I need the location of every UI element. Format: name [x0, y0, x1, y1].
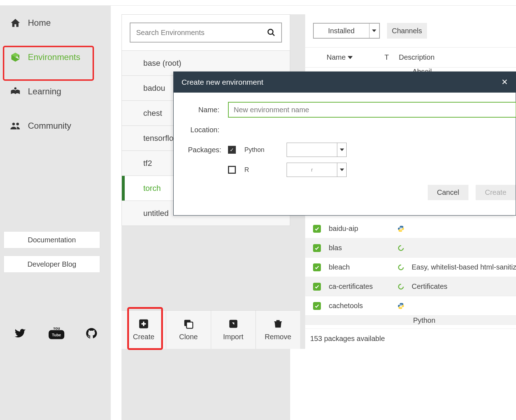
chevron-down-icon — [337, 163, 346, 177]
package-row[interactable]: bleach Easy, whitelist-based html-saniti… — [305, 258, 516, 277]
dialog-packages-label: Packages: — [188, 146, 219, 154]
search-wrap — [121, 14, 290, 51]
package-desc: Certificates — [412, 282, 516, 291]
checkbox-checked-icon[interactable] — [313, 283, 321, 291]
r-version-select[interactable]: r — [287, 163, 347, 177]
package-row[interactable]: baidu-aip — [305, 219, 516, 238]
checkbox-checked-icon[interactable] — [313, 244, 321, 252]
package-name: bleach — [329, 263, 397, 271]
remove-label: Remove — [265, 333, 291, 341]
filter-select-label: Installed — [314, 27, 369, 35]
highlight-environments — [3, 46, 94, 81]
packages-header: Name T Description — [305, 48, 516, 68]
svg-point-16 — [398, 246, 403, 250]
svg-text:You: You — [53, 327, 60, 330]
import-env-button[interactable]: Import — [211, 311, 256, 349]
col-name-label[interactable]: Name — [327, 53, 346, 61]
svg-point-18 — [398, 284, 403, 289]
python-checkbox[interactable] — [228, 146, 236, 154]
sidebar: Home Environments Learning Community Doc… — [0, 6, 111, 420]
anaconda-o-icon — [397, 283, 412, 290]
trash-icon — [273, 318, 283, 329]
dialog-create-button[interactable]: Create — [476, 185, 516, 200]
github-icon[interactable] — [86, 328, 97, 339]
clone-icon — [183, 318, 194, 329]
package-name: ca-certificates — [329, 282, 397, 291]
svg-point-17 — [398, 265, 403, 270]
col-t-label[interactable]: T — [384, 53, 399, 61]
dialog-titlebar: Create new environment ✕ — [174, 72, 516, 93]
search-box[interactable] — [130, 23, 282, 43]
highlight-create — [127, 307, 163, 350]
home-icon — [9, 18, 22, 28]
search-input[interactable] — [136, 29, 263, 37]
dialog-cancel-button[interactable]: Cancel — [428, 185, 468, 200]
dialog-title-text: Create new environment — [182, 78, 263, 87]
python-icon — [397, 302, 412, 310]
nav-community[interactable]: Community — [0, 109, 111, 143]
documentation-button[interactable]: Documentation — [4, 231, 100, 248]
checkbox-checked-icon[interactable] — [313, 302, 321, 310]
import-icon — [228, 318, 239, 329]
packages-toolbar: Installed Channels — [305, 14, 516, 48]
dialog-location-label: Location: — [188, 126, 219, 134]
svg-rect-12 — [187, 322, 193, 328]
package-row[interactable]: ca-certificates Certificates — [305, 277, 516, 296]
checkbox-checked-icon[interactable] — [313, 225, 321, 233]
twitter-icon[interactable] — [14, 328, 27, 339]
filter-select[interactable]: Installed — [313, 23, 380, 39]
clone-label: Clone — [179, 333, 198, 341]
package-desc: Easy, whitelist-based html-sanitizing — [412, 263, 516, 271]
svg-text:Tube: Tube — [52, 333, 61, 337]
create-env-dialog: Create new environment ✕ Name: Location:… — [173, 71, 516, 216]
svg-point-2 — [16, 123, 19, 125]
partial-row-bottom: Python — [305, 316, 516, 325]
nav-community-label: Community — [28, 121, 71, 131]
r-checkbox[interactable] — [228, 166, 236, 174]
close-icon[interactable]: ✕ — [501, 78, 508, 87]
svg-point-1 — [12, 123, 15, 125]
env-name-input[interactable] — [228, 102, 516, 118]
col-desc-label[interactable]: Description — [399, 53, 516, 61]
import-label: Import — [223, 333, 243, 341]
checkbox-checked-icon[interactable] — [313, 263, 321, 271]
svg-point-0 — [14, 87, 16, 89]
chevron-down-icon — [369, 24, 379, 38]
svg-line-7 — [272, 34, 274, 36]
people-icon — [9, 120, 22, 131]
package-name: cachetools — [329, 302, 397, 310]
svg-rect-15 — [274, 321, 282, 322]
learning-icon — [9, 86, 22, 97]
nav-home-label: Home — [28, 18, 51, 28]
package-name: blas — [329, 244, 397, 252]
package-name: baidu-aip — [329, 224, 397, 233]
r-version-value: r — [287, 167, 337, 173]
anaconda-o-icon — [397, 264, 412, 271]
r-label: R — [244, 166, 265, 174]
package-row[interactable]: cachetools — [305, 296, 516, 316]
python-icon — [397, 225, 412, 232]
social-row: TubeYou — [14, 327, 97, 340]
remove-env-button[interactable]: Remove — [256, 311, 300, 349]
nav-learning-label: Learning — [28, 87, 61, 97]
python-version-select[interactable] — [287, 143, 347, 157]
package-row[interactable]: blas — [305, 238, 516, 258]
svg-point-6 — [268, 29, 273, 34]
channels-button[interactable]: Channels — [387, 23, 427, 39]
chevron-down-icon — [348, 55, 353, 60]
clone-env-button[interactable]: Clone — [166, 311, 211, 349]
nav-home[interactable]: Home — [0, 6, 111, 40]
packages-footer: 153 packages available — [305, 328, 516, 349]
python-label: Python — [244, 146, 265, 154]
svg-rect-14 — [276, 320, 279, 322]
chevron-down-icon — [337, 143, 346, 157]
search-icon — [267, 28, 276, 37]
youtube-icon[interactable]: TubeYou — [49, 327, 64, 340]
dialog-name-label: Name: — [188, 106, 219, 114]
developer-blog-button[interactable]: Developer Blog — [4, 256, 100, 273]
anaconda-o-icon — [397, 244, 412, 252]
